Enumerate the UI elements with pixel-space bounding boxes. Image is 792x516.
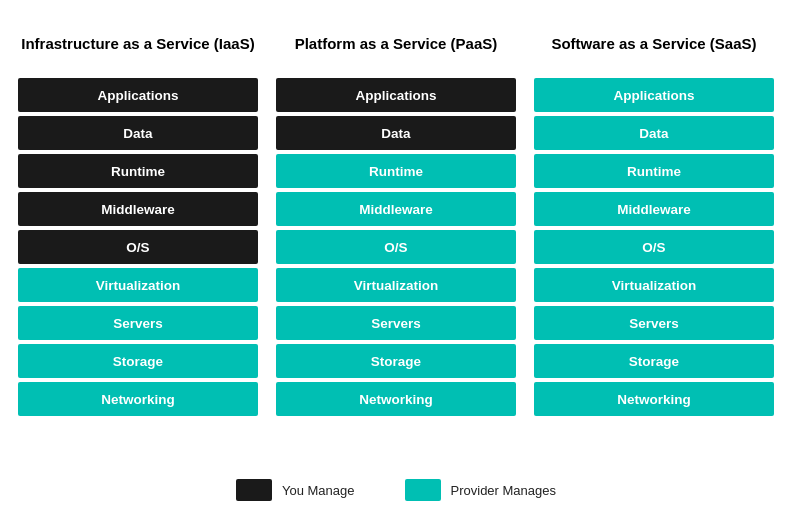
stack-item-iaas-2: Runtime — [18, 154, 258, 188]
legend-item-0: You Manage — [236, 479, 355, 501]
stack-item-iaas-8: Networking — [18, 382, 258, 416]
stack-item-iaas-0: Applications — [18, 78, 258, 112]
stack-item-saas-8: Networking — [534, 382, 774, 416]
stack-item-paas-6: Servers — [276, 306, 516, 340]
stack-item-paas-2: Runtime — [276, 154, 516, 188]
legend-label-0: You Manage — [282, 483, 355, 498]
legend-item-1: Provider Manages — [405, 479, 557, 501]
stack-item-saas-2: Runtime — [534, 154, 774, 188]
stack-item-paas-8: Networking — [276, 382, 516, 416]
column-header-iaas: Infrastructure as a Service (IaaS) — [18, 20, 258, 68]
stack-item-saas-7: Storage — [534, 344, 774, 378]
stack-item-saas-0: Applications — [534, 78, 774, 112]
stack-item-saas-5: Virtualization — [534, 268, 774, 302]
legend: You ManageProvider Manages — [236, 479, 556, 501]
columns-container: Infrastructure as a Service (IaaS)Applic… — [10, 20, 782, 465]
stack-item-saas-3: Middleware — [534, 192, 774, 226]
stack-item-paas-7: Storage — [276, 344, 516, 378]
stack-item-iaas-5: Virtualization — [18, 268, 258, 302]
legend-box-teal — [405, 479, 441, 501]
legend-label-1: Provider Manages — [451, 483, 557, 498]
stack-item-saas-1: Data — [534, 116, 774, 150]
stack-paas: ApplicationsDataRuntimeMiddlewareO/SVirt… — [276, 78, 516, 416]
column-iaas: Infrastructure as a Service (IaaS)Applic… — [18, 20, 258, 465]
column-saas: Software as a Service (SaaS)Applications… — [534, 20, 774, 465]
stack-iaas: ApplicationsDataRuntimeMiddlewareO/SVirt… — [18, 78, 258, 416]
stack-item-paas-1: Data — [276, 116, 516, 150]
stack-item-paas-5: Virtualization — [276, 268, 516, 302]
stack-item-paas-4: O/S — [276, 230, 516, 264]
column-header-saas: Software as a Service (SaaS) — [534, 20, 774, 68]
stack-item-iaas-6: Servers — [18, 306, 258, 340]
column-paas: Platform as a Service (PaaS)Applications… — [276, 20, 516, 465]
stack-item-iaas-4: O/S — [18, 230, 258, 264]
stack-item-paas-3: Middleware — [276, 192, 516, 226]
stack-item-saas-4: O/S — [534, 230, 774, 264]
column-header-paas: Platform as a Service (PaaS) — [276, 20, 516, 68]
legend-box-dark — [236, 479, 272, 501]
stack-saas: ApplicationsDataRuntimeMiddlewareO/SVirt… — [534, 78, 774, 416]
stack-item-paas-0: Applications — [276, 78, 516, 112]
stack-item-iaas-1: Data — [18, 116, 258, 150]
stack-item-saas-6: Servers — [534, 306, 774, 340]
stack-item-iaas-7: Storage — [18, 344, 258, 378]
stack-item-iaas-3: Middleware — [18, 192, 258, 226]
